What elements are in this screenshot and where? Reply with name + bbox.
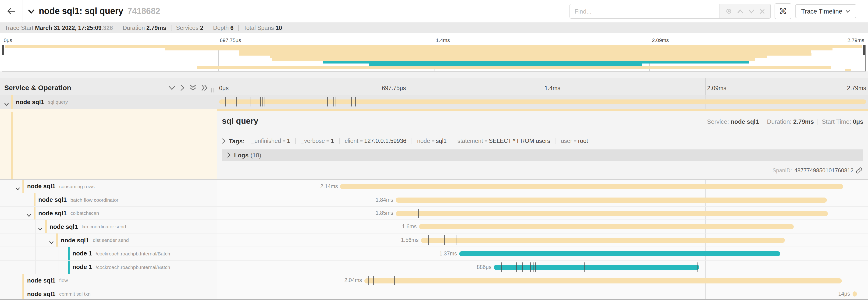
span-name: node sql1sql query [16,95,68,108]
span-name: node sql1batch flow coordinator [38,193,118,206]
timeline-row[interactable]: 2.04ms [217,274,868,288]
span-bar[interactable] [852,292,857,297]
tree-row[interactable]: node sql1consuming rows [0,180,217,193]
tree-row[interactable]: node sql1txn coordinator send [0,220,217,234]
span-bar[interactable] [340,184,843,189]
service-name: node sql1 [27,291,55,298]
span-bar[interactable] [494,265,699,270]
ruler-tick-label: 1.4ms [434,37,450,43]
guide-line [35,261,36,274]
trace-minimap[interactable] [2,45,866,71]
clear-search-icon[interactable] [760,9,765,14]
span-bar[interactable] [396,198,827,203]
tag-value: 1 [287,138,290,144]
log-marker [428,235,429,245]
viewport-handle-right[interactable] [863,45,865,55]
timeline-row-sql-query[interactable] [217,95,868,108]
span-name: node sql1dist sender send [61,234,129,246]
expand-one-icon[interactable] [180,85,185,91]
tree-row[interactable]: node sql1commit sql txn [0,288,217,300]
operation-name: dist sender send [93,237,129,243]
minimap-span-bar[interactable] [369,63,642,66]
timeline-row[interactable]: 1.84ms [217,193,868,207]
span-accent-bar[interactable] [217,109,868,111]
timeline-row[interactable]: 14μs [217,288,868,300]
tag-item[interactable]: node=sql1 [411,138,446,144]
service-name: node sql1 [16,99,44,105]
tag-item[interactable]: _unfinished=1 [251,138,290,144]
ruler-tick-label: 2.09ms [706,85,726,92]
column-resize-grip[interactable] [211,88,214,93]
collapse-chevron-icon[interactable] [27,211,31,215]
span-detail-meta: Service: node sql1 Duration: 2.79ms Star… [707,118,863,125]
next-result-icon[interactable] [748,9,754,13]
operation-name: batch flow coordinator [70,197,118,202]
command-icon: ⌘ [779,6,787,16]
tags-accordion[interactable]: Tags: _unfinished=1_verbose=1client=127.… [222,136,863,146]
log-marker [355,97,356,106]
panel-resize-divider[interactable] [217,78,217,299]
back-button[interactable] [0,0,23,23]
span-bar[interactable] [419,224,794,230]
timeline-row[interactable]: 2.14ms [217,180,868,193]
viewport-handle-left[interactable] [2,45,4,55]
timeline-row[interactable]: 1.85ms [217,207,868,220]
minimap-span-bar[interactable] [272,58,755,61]
collapse-chevron-icon[interactable] [38,224,42,229]
span-bar[interactable] [219,99,866,104]
minimap-span-bar[interactable] [239,50,811,53]
minimap-span-bar[interactable] [270,56,767,58]
minimap-span-bar[interactable] [197,66,831,68]
tree-row[interactable]: node sql1colbatchscan [0,207,217,220]
collapse-chevron-icon[interactable] [16,184,20,189]
span-rows-band: node sql1consuming rowsnode sql1batch fl… [0,180,868,299]
collapse-one-icon[interactable] [169,86,175,90]
tree-row[interactable]: node 1/cockroach.roachpb.Internal/Batch [0,247,217,261]
tree-row[interactable]: node sql1flow [0,274,217,288]
timeline-row[interactable]: 1.37ms [217,247,868,261]
service-color-strip [45,220,47,233]
tag-item[interactable]: client=127.0.0.1:59936 [339,138,406,144]
collapse-chevron-icon[interactable] [4,100,9,104]
collapse-trace-chevron-icon[interactable] [28,9,35,13]
minimap-span-bar[interactable] [5,45,863,48]
collapse-all-icon[interactable] [190,85,196,91]
span-bar[interactable] [396,211,828,216]
logs-label: Logs [234,151,249,159]
span-bar[interactable] [364,278,842,283]
prev-result-icon[interactable] [737,9,743,13]
find-input[interactable] [570,4,719,18]
collapse-chevron-icon[interactable] [49,238,54,242]
span-bar[interactable] [459,251,780,257]
logs-accordion[interactable]: Logs (18) [222,149,863,161]
minimap-span-bar[interactable] [239,53,812,56]
tag-item[interactable]: _verbose=1 [295,138,334,144]
deep-link-icon[interactable] [856,167,862,174]
locate-icon[interactable] [725,8,732,14]
tree-row[interactable]: node sql1dist sender send [0,234,217,247]
minimap-span-bar[interactable] [323,61,749,63]
timeline-row[interactable]: 1.6ms [217,220,868,234]
guide-line [47,261,47,274]
selected-span-row[interactable]: node sql1sql query [0,95,868,108]
service-color-strip [11,95,13,108]
trace-info-value: 2.79ms [147,25,166,31]
minimap-span-bar[interactable] [165,48,832,50]
tree-row[interactable]: node sql1batch flow coordinator [0,193,217,207]
trace-timeline-view: Service & Operation 0μs697.75μs1.4ms2.09… [0,78,868,300]
keyboard-shortcuts-button[interactable]: ⌘ [775,3,792,19]
timeline-row[interactable]: 1.56ms [217,234,868,247]
tag-item[interactable]: user=root [555,138,588,144]
timeline-row[interactable]: 886μs [217,261,868,274]
service-color-strip [23,288,24,300]
tree-row-sql-query[interactable]: node sql1sql query [0,95,217,108]
span-bar[interactable] [421,238,785,243]
guide-line [24,193,24,206]
tag-item[interactable]: statement=SELECT * FROM users [452,138,550,144]
log-marker [368,276,369,285]
minimap-span-bar[interactable] [844,68,850,71]
trace-view-selector[interactable]: Trace Timeline [795,4,856,18]
expand-all-icon[interactable] [202,85,208,91]
find-controls [719,4,770,18]
tree-row[interactable]: node 1/cockroach.roachpb.Internal/Batch [0,261,217,274]
